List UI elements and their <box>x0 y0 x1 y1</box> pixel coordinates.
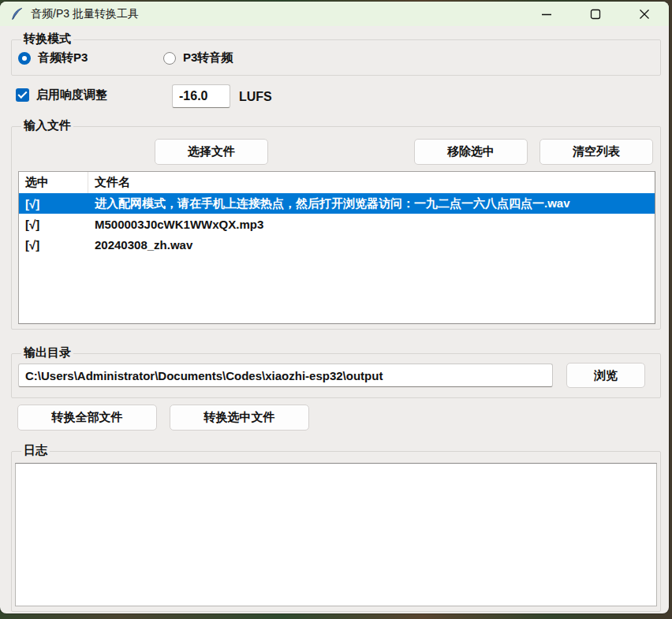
convert-all-button[interactable]: 转换全部文件 <box>17 405 157 431</box>
row-filename-cell: 进入配网模式，请在手机上连接热点，然后打开浏览器访问：一九二点一六八点四点一.w… <box>88 196 655 211</box>
output-dir-groupbox-label: 输出目录 <box>21 345 73 360</box>
radio-p3-to-audio[interactable]: P3转音频 <box>163 50 233 65</box>
output-dir-groupbox: 输出目录 浏览 <box>11 353 661 398</box>
close-icon <box>639 9 650 20</box>
row-filename-cell: M500003J0cWK1WWxQX.mp3 <box>88 218 655 231</box>
minimize-icon <box>541 9 552 20</box>
column-header-filename[interactable]: 文件名 <box>88 172 655 193</box>
loudness-row: 启用响度调整 <box>16 88 107 103</box>
lufs-unit-label: LUFS <box>239 90 272 104</box>
select-files-button[interactable]: 选择文件 <box>155 139 268 165</box>
lufs-input[interactable] <box>172 84 230 108</box>
maximize-icon <box>590 9 601 20</box>
log-groupbox: 日志 <box>11 451 661 612</box>
row-checked-cell: [√] <box>19 238 88 252</box>
browse-button-label: 浏览 <box>594 368 618 383</box>
checkmark-icon <box>17 89 27 99</box>
mode-groupbox-label: 转换模式 <box>21 32 73 46</box>
convert-all-button-label: 转换全部文件 <box>52 410 123 425</box>
minimize-button[interactable] <box>522 2 571 26</box>
table-row[interactable]: [√] 20240308_zh.wav <box>19 234 655 255</box>
python-feather-icon <box>10 7 24 21</box>
clear-list-button[interactable]: 清空列表 <box>539 139 653 165</box>
row-checked-cell: [√] <box>19 197 88 211</box>
app-window: 音频/P3 批量转换工具 转换模式 音频转P3 P3转音频 <box>0 2 669 613</box>
browse-button[interactable]: 浏览 <box>566 363 645 388</box>
row-filename-cell: 20240308_zh.wav <box>88 238 655 252</box>
window-title: 音频/P3 批量转换工具 <box>31 7 139 21</box>
clear-list-button-label: 清空列表 <box>573 144 620 159</box>
loudness-checkbox[interactable] <box>16 88 29 102</box>
maximize-button[interactable] <box>571 2 620 26</box>
convert-selected-button-label: 转换选中文件 <box>204 410 275 425</box>
radio-p3-to-audio-label: P3转音频 <box>183 50 233 65</box>
radio-selected-icon <box>18 52 31 65</box>
row-checked-cell: [√] <box>19 218 88 231</box>
remove-selected-button[interactable]: 移除选中 <box>414 139 528 165</box>
log-groupbox-label: 日志 <box>21 443 50 457</box>
table-row[interactable]: [√] M500003J0cWK1WWxQX.mp3 <box>19 214 655 234</box>
input-files-groupbox: 输入文件 选择文件 移除选中 清空列表 选中 文件名 [√] 进入配网模式，请在… <box>11 126 661 330</box>
close-button[interactable] <box>620 2 669 26</box>
select-files-button-label: 选择文件 <box>188 144 235 159</box>
file-table-header: 选中 文件名 <box>19 172 655 193</box>
mode-groupbox: 转换模式 音频转P3 P3转音频 <box>11 39 661 76</box>
remove-selected-button-label: 移除选中 <box>447 144 495 159</box>
table-row[interactable]: [√] 进入配网模式，请在手机上连接热点，然后打开浏览器访问：一九二点一六八点四… <box>19 193 655 214</box>
file-table: 选中 文件名 [√] 进入配网模式，请在手机上连接热点，然后打开浏览器访问：一九… <box>18 171 655 324</box>
log-textarea[interactable] <box>15 463 657 606</box>
loudness-checkbox-label: 启用响度调整 <box>36 88 107 103</box>
output-dir-input[interactable] <box>18 364 553 387</box>
input-files-groupbox-label: 输入文件 <box>21 118 73 132</box>
convert-selected-button[interactable]: 转换选中文件 <box>170 405 309 431</box>
title-bar: 音频/P3 批量转换工具 <box>0 2 669 26</box>
column-header-checked[interactable]: 选中 <box>19 172 88 193</box>
radio-audio-to-p3[interactable]: 音频转P3 <box>18 50 88 65</box>
radio-audio-to-p3-label: 音频转P3 <box>38 50 88 65</box>
radio-unselected-icon <box>163 52 176 65</box>
